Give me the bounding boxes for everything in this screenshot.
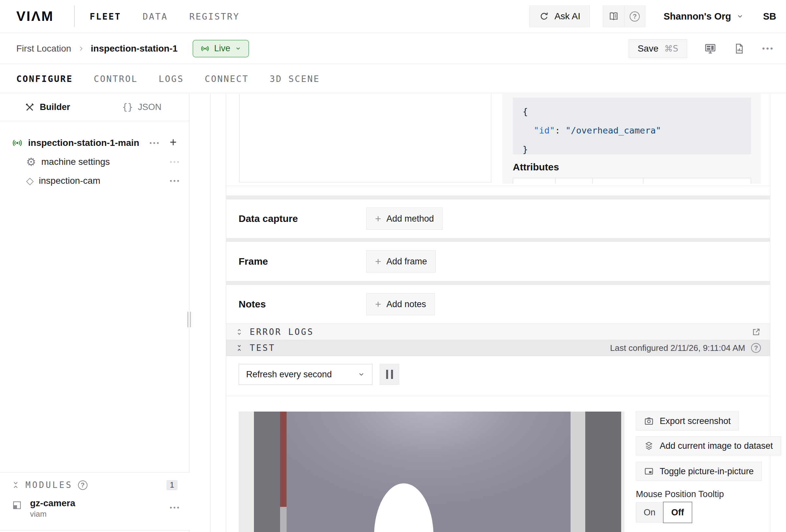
module-more-menu-icon[interactable]	[170, 504, 181, 511]
tab-configure[interactable]: CONFIGURE	[16, 74, 73, 84]
org-switcher[interactable]: Shannon's Org	[664, 11, 744, 22]
toggle-on-button[interactable]: On	[636, 502, 663, 523]
config-sidebar: Builder {} JSON inspection	[0, 94, 189, 532]
toggle-pip-button[interactable]: Toggle picture-in-picture	[636, 462, 762, 481]
save-button[interactable]: Save ⌘S	[629, 39, 687, 58]
builder-json-toggle: Builder {} JSON	[0, 94, 189, 121]
test-help-icon[interactable]	[751, 343, 761, 353]
json-code-block: { "id": "/overhead_camera" }	[513, 98, 751, 154]
module-item[interactable]: gz-camera viam	[0, 498, 189, 518]
config-tab-bar: CONFIGURE CONTROL LOGS CONNECT 3D SCENE	[0, 64, 786, 93]
tab-control[interactable]: CONTROL	[94, 74, 138, 84]
tree-item-machine-settings[interactable]: machine settings	[0, 153, 189, 171]
component-diamond-icon	[26, 176, 33, 186]
org-name: Shannon's Org	[664, 11, 731, 22]
tab-logs[interactable]: LOGS	[159, 74, 184, 84]
nav-tab-data[interactable]: DATA	[143, 11, 168, 22]
breadcrumb-location-link[interactable]: First Location	[16, 43, 71, 54]
modules-panel: MODULES 1 gz-camera viam	[0, 472, 189, 530]
collapse-icon[interactable]	[12, 481, 20, 489]
tab-3d-scene[interactable]: 3D SCENE	[270, 74, 320, 84]
picture-in-picture-icon	[644, 466, 654, 476]
tree-item-inspection-cam[interactable]: inspection-cam	[0, 171, 189, 190]
main-content: { "id": "/overhead_camera" } Attributes	[211, 94, 786, 532]
panel-resize-handle[interactable]	[187, 312, 191, 327]
add-component-icon[interactable]	[170, 135, 177, 149]
ask-ai-button[interactable]: Ask AI	[529, 5, 590, 27]
tree-item-label: inspection-cam	[39, 176, 100, 186]
help-icon[interactable]	[624, 6, 645, 27]
add-notes-button[interactable]: Add notes	[366, 293, 435, 315]
modules-title: MODULES	[25, 480, 73, 490]
tree-item-label: machine settings	[41, 157, 110, 167]
component-more-menu-icon[interactable]	[170, 177, 181, 185]
mouse-tooltip-label: Mouse Position Tooltip	[636, 489, 724, 499]
chevron-down-icon	[736, 13, 744, 20]
pause-icon	[386, 370, 388, 379]
error-logs-bar[interactable]: ERROR LOGS	[226, 323, 770, 340]
json-mode-button[interactable]: {} JSON	[95, 94, 189, 121]
frame-section: Frame Add frame	[226, 242, 770, 281]
docs-book-icon[interactable]	[603, 6, 624, 27]
add-to-dataset-button[interactable]: Add current image to dataset	[636, 436, 781, 455]
collapse-icon[interactable]	[235, 344, 243, 352]
machine-report-icon[interactable]	[734, 43, 745, 54]
viam-logo[interactable]: VIΛM	[16, 8, 54, 24]
machine-dashboard-icon[interactable]	[704, 42, 716, 55]
nav-tab-registry[interactable]: REGISTRY	[189, 11, 239, 22]
button-label: Add current image to dataset	[660, 441, 773, 451]
test-body: Refresh every second	[226, 356, 770, 532]
button-label: Toggle picture-in-picture	[660, 466, 754, 477]
nav-tab-fleet[interactable]: FLEET	[90, 11, 121, 22]
machine-status-dropdown[interactable]: Live	[192, 40, 249, 57]
builder-label: Builder	[40, 102, 70, 112]
refresh-rate-select[interactable]: Refresh every second	[239, 364, 372, 385]
add-frame-button[interactable]: Add frame	[366, 250, 436, 273]
tab-connect[interactable]: CONNECT	[205, 74, 249, 84]
builder-mode-button[interactable]: Builder	[0, 94, 95, 121]
plus-icon	[375, 213, 381, 224]
expand-icon[interactable]	[235, 328, 243, 336]
code-key: "id"	[534, 125, 555, 135]
test-bar[interactable]: TEST Last configured 2/11/26, 9:11:04 AM	[226, 340, 770, 356]
pause-stream-button[interactable]	[379, 364, 399, 385]
machine-bar: First Location inspection-station-1 Live…	[0, 33, 786, 64]
part-more-menu-icon[interactable]	[149, 139, 160, 147]
component-config-panel	[239, 94, 491, 182]
last-configured-text: Last configured 2/11/26, 9:11:04 AM	[610, 343, 745, 353]
camera-red-stripe-base	[280, 507, 286, 532]
section-gap	[226, 281, 770, 285]
button-label: Add notes	[387, 299, 426, 309]
more-menu-icon[interactable]	[762, 44, 774, 53]
divider	[226, 396, 770, 396]
save-shortcut: ⌘S	[664, 44, 678, 53]
tree-item-label: inspection-station-1-main	[28, 138, 139, 148]
builder-tools-icon	[24, 102, 35, 113]
component-column: { "id": "/overhead_camera" } Attributes	[226, 94, 770, 532]
code-line: "id": "/overhead_camera"	[523, 121, 751, 140]
add-method-button[interactable]: Add method	[366, 208, 443, 230]
tree-item-main-part[interactable]: inspection-station-1-main	[0, 134, 189, 153]
plus-icon	[375, 299, 381, 309]
question-mark-icon	[630, 11, 640, 22]
modules-header: MODULES 1	[0, 479, 189, 491]
layers-icon	[644, 441, 654, 451]
mouse-tooltip-toggle: On Off	[636, 502, 692, 523]
camera-floor	[286, 412, 571, 532]
avatar[interactable]: SB	[763, 11, 776, 22]
button-label: Export screenshot	[660, 416, 731, 426]
toggle-off-button[interactable]: Off	[663, 502, 692, 523]
plus-icon	[375, 256, 381, 267]
modules-help-icon[interactable]	[78, 481, 88, 490]
button-label: Add method	[387, 214, 434, 224]
export-screenshot-button[interactable]: Export screenshot	[636, 412, 739, 431]
help-icon-group	[603, 5, 645, 27]
module-icon	[12, 500, 22, 510]
status-badge: Live	[214, 43, 230, 53]
top-nav: VIΛM FLEET DATA REGISTRY Ask AI	[0, 0, 786, 33]
component-card-partial: { "id": "/overhead_camera" } Attributes	[226, 94, 770, 186]
chevron-down-icon	[358, 371, 365, 378]
section-gap	[226, 238, 770, 242]
open-external-icon[interactable]	[752, 327, 761, 337]
settings-more-menu-icon[interactable]	[170, 158, 181, 166]
